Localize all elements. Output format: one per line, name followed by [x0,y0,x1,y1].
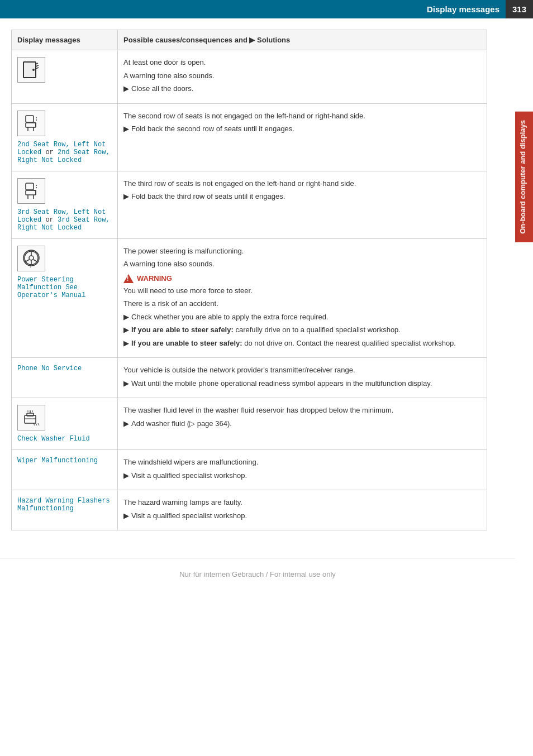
solution-arrow-icon: ▶ [123,510,129,521]
washer-icon [17,405,45,430]
col2-header: Possible causes/consequences and ▶ Solut… [118,30,487,50]
solution-text: If you are unable to steer safely: do no… [131,338,456,349]
description-text: A warning tone also sounds. [123,259,481,270]
description-text: A warning tone also sounds. [123,70,481,82]
solution-text: Fold back the third row of seats until i… [131,191,285,202]
solution-arrow-icon: ▶ [123,470,129,481]
footer-text: Nur für internen Gebrauch / For internal… [179,570,336,578]
page-header: Display messages 313 [0,0,533,18]
solution-line: ▶Visit a qualified specialist workshop. [123,470,481,481]
solution-text: Close all the doors. [131,83,193,94]
message-label: 3rd Seat Row, Left Not Locked or 3rd Sea… [17,208,110,232]
svg-rect-14 [26,190,36,195]
svg-line-23 [34,260,37,262]
table-row: 3rd Seat Row, Left Not Locked or 3rd Sea… [12,171,487,238]
solution-arrow-icon: ▶ [123,418,129,429]
solution-line: ▶Wait until the mobile phone operational… [123,378,481,389]
display-messages-table: Display messages Possible causes/consequ… [11,30,487,530]
svg-point-20 [29,256,34,260]
causes-solutions-cell: The power steering is malfunctioning.A w… [118,238,487,358]
table-row: Check Washer FluidThe washer fluid level… [12,398,487,450]
description-text: At least one door is open. [123,57,481,68]
causes-solutions-cell: The third row of seats is not engaged on… [118,171,487,238]
solution-arrow-icon: ▶ [123,123,129,135]
solution-line: ▶If you are able to steer safely: carefu… [123,324,481,336]
warning-desc-text: You will need to use more force to steer… [123,285,481,296]
col1-header: Display messages [12,30,118,50]
causes-solutions-cell: The hazard warning lamps are faulty.▶Vis… [118,490,487,530]
solution-arrow-icon: ▶ [123,191,129,202]
causes-solutions-cell: The windshield wipers are malfunctioning… [118,450,487,490]
message-label: 2nd Seat Row, Left Not Locked or 2nd Sea… [17,141,110,164]
seat-icon [17,178,45,204]
main-content: Display messages Possible causes/consequ… [0,18,515,553]
solution-text: Visit a qualified specialist workshop. [131,470,247,481]
footer: Nur für internen Gebrauch / For internal… [0,558,515,590]
description-text: Your vehicle is outside the network prov… [123,365,481,376]
display-message-cell: 3rd Seat Row, Left Not Locked or 3rd Sea… [12,171,118,238]
solution-text: If you are able to steer safely: careful… [131,324,401,336]
side-tab-label: On-board computer and displays [518,120,527,234]
display-message-cell: Phone No Service [12,358,118,398]
display-message-cell [12,50,118,104]
table-row: At least one door is open.A warning tone… [12,50,487,104]
table-row: Hazard Warning Flashers MalfunctioningTh… [12,490,487,530]
table-row: ! Power Steering Malfunction See Operato… [12,238,487,358]
door-icon [17,57,45,83]
svg-line-22 [25,260,29,262]
solution-arrow-icon: ▶ [123,324,129,336]
solution-text: Add washer fluid (▷ page 364). [131,418,232,429]
seat-icon [17,111,45,136]
description-text: The washer fluid level in the washer flu… [123,405,481,416]
warning-desc-text: There is a risk of an accident. [123,298,481,309]
warning-triangle-icon [123,274,134,283]
svg-rect-27 [25,415,36,423]
description-text: The third row of seats is not engaged on… [123,178,481,189]
solution-arrow-icon: ▶ [123,312,129,323]
causes-solutions-cell: The second row of seats is not engaged o… [118,103,487,171]
svg-rect-29 [27,413,34,416]
svg-rect-7 [26,116,34,122]
message-label: Check Washer Fluid [17,435,90,443]
solution-text: Fold back the second row of seats until … [131,123,294,135]
svg-line-34 [36,423,37,425]
description-text: The windshield wipers are malfunctioning… [123,457,481,468]
solution-line: ▶Check whether you are able to apply the… [123,312,481,323]
solution-text: Visit a qualified specialist workshop. [131,510,247,521]
display-message-cell: Check Washer Fluid [12,398,118,450]
table-row: 2nd Seat Row, Left Not Locked or 2nd Sea… [12,103,487,171]
svg-rect-13 [26,183,34,190]
display-message-cell: 2nd Seat Row, Left Not Locked or 2nd Sea… [12,103,118,171]
solution-text: Wait until the mobile phone operational … [131,378,432,389]
display-message-cell: Hazard Warning Flashers Malfunctioning [12,490,118,530]
solution-arrow-icon: ▶ [123,83,129,94]
side-tab: On-board computer and displays [515,112,533,242]
message-label: Power Steering Malfunction See Operator'… [17,276,85,299]
page-number: 313 [506,0,533,18]
solution-line: ▶Visit a qualified specialist workshop. [123,510,481,521]
warning-label: WARNING [137,274,172,283]
causes-solutions-cell: The washer fluid level in the washer flu… [118,398,487,450]
display-message-cell: ! Power Steering Malfunction See Operato… [12,238,118,358]
solution-line: ▶Add washer fluid (▷ page 364). [123,418,481,429]
causes-solutions-cell: Your vehicle is outside the network prov… [118,358,487,398]
steering-icon: ! [17,246,45,271]
causes-solutions-cell: At least one door is open.A warning tone… [118,50,487,104]
description-text: The second row of seats is not engaged o… [123,111,481,122]
description-text: The hazard warning lamps are faulty. [123,497,481,508]
solution-arrow-icon: ▶ [123,338,129,349]
description-text: The power steering is malfunctioning. [123,246,481,257]
table-row: Wiper MalfunctioningThe windshield wiper… [12,450,487,490]
message-label: Wiper Malfunctioning [17,457,98,465]
svg-line-35 [38,423,39,425]
solution-line: ▶Fold back the third row of seats until … [123,191,481,202]
display-message-cell: Wiper Malfunctioning [12,450,118,490]
warning-block: WARNING [123,274,481,283]
svg-point-2 [32,69,35,71]
solution-text: Check whether you are able to apply the … [131,312,329,323]
table-row: Phone No ServiceYour vehicle is outside … [12,358,487,398]
svg-rect-8 [26,123,36,127]
solution-line: ▶Close all the doors. [123,83,481,94]
header-title: Display messages [427,4,499,14]
message-label: Phone No Service [17,365,82,372]
